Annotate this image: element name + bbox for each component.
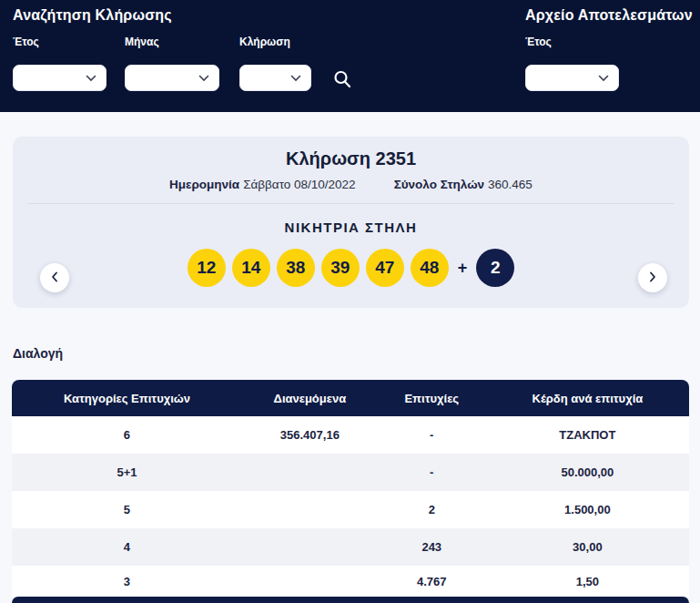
- prize-cell: 50.000,00: [486, 465, 689, 479]
- winners-section-label: Διαλογή: [13, 346, 63, 361]
- month-label: Μήνας: [125, 36, 159, 48]
- search-button[interactable]: [331, 68, 353, 90]
- category-cell: 6: [12, 428, 242, 442]
- draw-select[interactable]: [239, 65, 311, 91]
- prize-cell: 30,00: [486, 540, 689, 554]
- lottery-ball: 12: [188, 249, 226, 287]
- lottery-ball: 14: [232, 249, 270, 287]
- plus-sign: +: [458, 259, 468, 278]
- winners-cell: -: [378, 465, 486, 479]
- table-row: 5 2 1.500,00: [12, 491, 689, 528]
- search-icon: [331, 68, 353, 90]
- search-header-bar: Αναζήτηση Κλήρωσης Αρχείο Αποτελεσμάτων …: [0, 0, 700, 112]
- draw-date-label: Ημερομηνία: [169, 178, 239, 191]
- search-section-title: Αναζήτηση Κλήρωσης: [13, 7, 172, 24]
- draw-label: Κλήρωση: [239, 36, 290, 48]
- chevron-down-icon: [198, 75, 209, 82]
- table-header-row: Κατηγορίες Επιτυχιών Διανεμόμενα Επιτυχί…: [12, 380, 689, 416]
- winners-cell: 4.767: [378, 575, 486, 588]
- total-columns: Σύνολο Στηλών360.465: [394, 178, 533, 191]
- winners-table: Κατηγορίες Επιτυχιών Διανεμόμενα Επιτυχί…: [12, 380, 689, 603]
- total-columns-value: 360.465: [488, 178, 533, 191]
- table-row: 6 356.407,16 - ΤΖΑΚΠΟΤ: [12, 416, 689, 454]
- divider: [27, 203, 675, 204]
- table-row: 4 243 30,00: [12, 528, 689, 566]
- next-section-header-strip: [12, 597, 689, 603]
- table-row: 3 4.767 1,50: [12, 566, 689, 597]
- winners-cell: 2: [378, 503, 486, 516]
- winners-cell: 243: [378, 540, 486, 554]
- previous-draw-button[interactable]: [40, 263, 69, 292]
- category-cell: 3: [12, 575, 242, 588]
- lottery-ball: 38: [277, 249, 315, 287]
- winners-cell: -: [378, 428, 486, 442]
- draw-date: ΗμερομηνίαΣάββατο 08/10/2022: [169, 178, 356, 191]
- month-select[interactable]: [125, 65, 219, 91]
- lottery-ball: 39: [321, 249, 360, 287]
- category-cell: 4: [12, 540, 242, 554]
- column-header-distributed: Διανεμόμενα: [242, 392, 378, 405]
- column-header-categories: Κατηγορίες Επιτυχιών: [12, 392, 242, 405]
- lottery-ball: 47: [366, 249, 404, 287]
- draw-result-card: Κλήρωση 2351 ΗμερομηνίαΣάββατο 08/10/202…: [13, 137, 689, 308]
- chevron-right-icon: [648, 271, 657, 285]
- archive-year-label: Έτος: [525, 36, 552, 48]
- total-columns-label: Σύνολο Στηλών: [394, 178, 484, 191]
- prize-cell: 1.500,00: [486, 503, 689, 516]
- table-row: 5+1 - 50.000,00: [12, 454, 689, 491]
- lottery-ball: 48: [411, 249, 449, 287]
- category-cell: 5: [12, 503, 242, 516]
- chevron-down-icon: [290, 75, 301, 82]
- archive-section-title: Αρχείο Αποτελεσμάτων: [525, 7, 693, 24]
- column-header-prize: Κέρδη ανά επιτυχία: [486, 392, 689, 405]
- prize-cell: ΤΖΑΚΠΟΤ: [486, 428, 689, 442]
- chevron-down-icon: [598, 75, 609, 82]
- year-label: Έτος: [13, 36, 39, 48]
- year-select[interactable]: [13, 65, 107, 91]
- draw-info-row: ΗμερομηνίαΣάββατο 08/10/2022 Σύνολο Στηλ…: [13, 178, 689, 191]
- winning-column-title: ΝΙΚΗΤΡΙΑ ΣΤΗΛΗ: [13, 220, 689, 235]
- draw-title: Κλήρωση 2351: [13, 148, 689, 169]
- distributed-cell: 356.407,16: [242, 428, 378, 442]
- joker-ball: 2: [476, 249, 514, 287]
- archive-year-select[interactable]: [525, 65, 619, 91]
- column-header-winners: Επιτυχίες: [378, 392, 486, 405]
- chevron-down-icon: [86, 75, 96, 82]
- prize-cell: 1,50: [486, 575, 689, 588]
- draw-date-value: Σάββατο 08/10/2022: [243, 178, 355, 191]
- winning-numbers-row: 12 14 38 39 47 48 + 2: [13, 249, 689, 287]
- next-draw-button[interactable]: [638, 263, 667, 292]
- category-cell: 5+1: [12, 465, 242, 479]
- chevron-left-icon: [50, 271, 59, 285]
